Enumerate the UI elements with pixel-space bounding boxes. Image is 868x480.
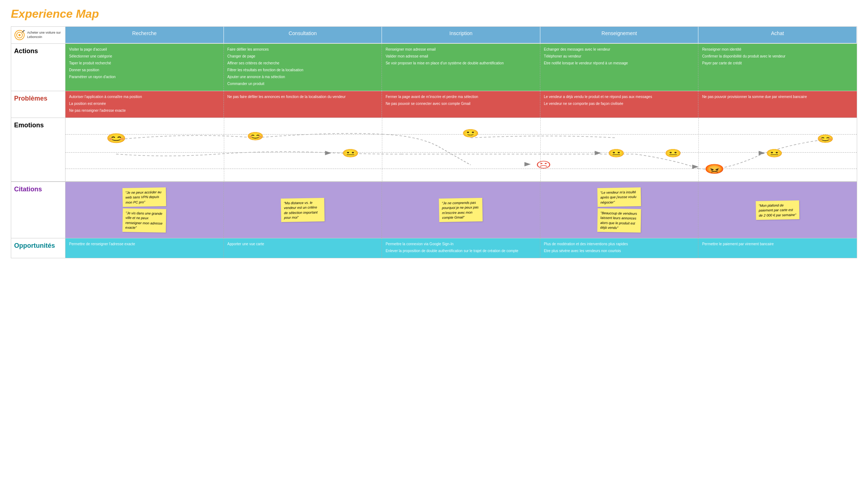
actions-cell-1: Faire défiler les annonces Changer de pa…: [224, 44, 382, 91]
sticky-note: "Beaucoup de vendeurs laissent leurs ann…: [597, 208, 641, 233]
col-header-achat: Achat: [698, 27, 857, 43]
arrow-5: [759, 151, 765, 155]
list-item: Confirmer la disponibilité du produit av…: [702, 54, 853, 59]
emoji-inscription-happy: 🙂: [462, 128, 480, 138]
list-item: Autoriser l'application à connaître ma p…: [69, 94, 220, 99]
opportunities-label: Opportunités: [11, 238, 65, 258]
list-item: Donner sa position: [69, 67, 220, 73]
opportunities-cell-3: Plus de modération et des interventions …: [540, 238, 699, 258]
list-item: Etre plus sévère avec les vendeurs non c…: [544, 248, 695, 254]
list-item: Visiter la page d'accueil: [69, 47, 220, 52]
list-item: Filtrer les résultats en fonction de la …: [227, 67, 378, 73]
problems-cell-3: Le vendeur a déjà vendu le produit et ne…: [540, 91, 699, 118]
citations-cell-1: "Ma distance vs. le vendeur est un critè…: [224, 182, 382, 238]
arrow-1: [325, 151, 332, 155]
list-item: Renseigner mon identité: [702, 47, 853, 52]
col-header-renseignement: Renseignement: [540, 27, 699, 43]
sticky-note: "Je ne peux accéder au web sans VPN depu…: [123, 187, 166, 207]
emoji-consultation-happy: 😊: [247, 131, 264, 141]
svg-point-2: [18, 34, 21, 36]
list-item: Ajouter une annonce à ma sélection: [227, 74, 378, 80]
logo-text: Acheter une voiture sur Leboncoin: [27, 31, 62, 39]
actions-cell-2: Renseigner mon adresse email Valider mon…: [382, 44, 540, 91]
list-item: Ne pas renseigner l'adresse exacte: [69, 108, 220, 113]
sticky-note: "Je vis dans une grande ville et ne peux…: [123, 208, 166, 233]
actions-label: Actions: [11, 44, 65, 91]
emotions-row: Emotions: [11, 118, 857, 182]
emoji-achat-neutral: 😐: [766, 148, 784, 158]
actions-cell-4: Renseigner mon identité Confirmer la dis…: [698, 44, 857, 91]
citations-label: Citations: [11, 182, 65, 238]
opportunities-cell-1: Apporter une vue carte: [224, 238, 382, 258]
list-item: Plus de modération et des interventions …: [544, 241, 695, 247]
list-item: Ne pas pouvoir provisionner la somme due…: [702, 94, 853, 99]
list-item: Commander un produit: [227, 81, 378, 86]
experience-map: Acheter une voiture sur Leboncoin Recher…: [11, 26, 857, 258]
citations-row: Citations "Je ne peux accéder au web san…: [11, 182, 857, 238]
opp-text: Permettre de renseigner l'adresse exacte: [69, 242, 135, 246]
citations-cell-4: "Mon plafond de paiement par carte est d…: [698, 182, 857, 238]
problems-cell-1: Ne pas faire défiler les annonces en fon…: [224, 91, 382, 118]
actions-cell-0: Visiter la page d'accueil Sélectionner u…: [65, 44, 224, 91]
emoji-renseignement-neutral1: 😐: [608, 148, 625, 158]
logo-cell: Acheter une voiture sur Leboncoin: [11, 27, 65, 43]
list-item: Ne pas pouvoir se connecter avec son com…: [386, 101, 536, 106]
list-item: Valider mon adresse email: [386, 54, 536, 59]
emoji-inscription-sad: ☹: [536, 160, 551, 170]
sticky-note: "Je ne comprends pas pourquoi je ne peux…: [439, 198, 483, 222]
emotions-label: Emotions: [11, 118, 65, 181]
list-item: Permettre la connexion via Google Sign-I…: [386, 241, 536, 247]
sticky-note: "Ma distance vs. le vendeur est un critè…: [281, 198, 324, 222]
opp-text: Apporter une vue carte: [227, 242, 264, 246]
emotions-chart-area: 😊 😊 😐 🙂 ☹ 😐 😐: [65, 118, 857, 181]
list-item: Sélectionner une catégorie: [69, 54, 220, 59]
arrow-3: [595, 151, 601, 155]
opportunities-cell-4: Permettre le paiement par virement banca…: [698, 238, 857, 258]
citations-cell-2: "Je ne comprends pas pourquoi je ne peux…: [382, 182, 540, 238]
list-item: Fermer la page avant de m'inscrire et pe…: [386, 94, 536, 99]
opportunities-cell-0: Permettre de renseigner l'adresse exacte: [65, 238, 224, 258]
page-title: Experience Map: [11, 7, 857, 21]
list-item: Payer par carte de crédit: [702, 60, 853, 66]
list-item: Changer de page: [227, 54, 378, 59]
list-item: Echanger des messages avec le vendeur: [544, 47, 695, 52]
list-item: Se voir proposer la mise en place d'un s…: [386, 60, 536, 66]
col-header-consultation: Consultation: [224, 27, 382, 43]
list-item: Taper le produit recherché: [69, 60, 220, 66]
list-item: Le vendeur a déjà vendu le produit et ne…: [544, 94, 695, 99]
list-item: Etre notifié lorsque le vendeur répond à…: [544, 60, 695, 66]
list-item: Faire défiler les annonces: [227, 47, 378, 52]
opp-text: Permettre le paiement par virement banca…: [702, 242, 774, 246]
list-item: Affiner ses critères de recherche: [227, 60, 378, 66]
list-item: Le vendeur ne se comporte pas de façon c…: [544, 101, 695, 106]
actions-row: Actions Visiter la page d'accueil Sélect…: [11, 43, 857, 91]
problems-label: Problèmes: [11, 91, 65, 118]
emoji-consultation-neutral: 😐: [342, 148, 359, 158]
emoji-recherche-happy: 😊: [106, 132, 127, 144]
emoji-renseignement-neutral2: 😐: [664, 148, 682, 158]
list-item: Paramétrer un rayon d'action: [69, 74, 220, 80]
problems-cell-2: Fermer la page avant de m'inscrire et pe…: [382, 91, 540, 118]
col-header-inscription: Inscription: [382, 27, 540, 43]
actions-cell-3: Echanger des messages avec le vendeur Té…: [540, 44, 699, 91]
problems-cell-4: Ne pas pouvoir provisionner la somme due…: [698, 91, 857, 118]
sticky-note: "Mon plafond de paiement par carte est d…: [756, 200, 800, 220]
target-icon: [14, 30, 25, 41]
list-item: Renseigner mon adresse email: [386, 47, 536, 52]
emoji-angry: 😡: [704, 163, 725, 175]
col-header-recherche: Recherche: [65, 27, 224, 43]
citations-cell-0: "Je ne peux accéder au web sans VPN depu…: [65, 182, 224, 238]
emotions-svg: 😊 😊 😐 🙂 ☹ 😐 😐: [65, 118, 857, 181]
problems-cell-0: Autoriser l'application à connaître ma p…: [65, 91, 224, 118]
citations-cell-3: "Le vendeur m'a insulté après que j'euss…: [540, 182, 699, 238]
opportunities-cell-2: Permettre la connexion via Google Sign-I…: [382, 238, 540, 258]
list-item: Ne pas faire défiler les annonces en fon…: [227, 94, 378, 99]
sticky-note: "Le vendeur m'a insulté après que j'euss…: [597, 187, 641, 207]
emoji-achat-happy: 😊: [817, 134, 834, 144]
problems-row: Problèmes Autoriser l'application à conn…: [11, 91, 857, 118]
list-item: La position est erronée: [69, 101, 220, 106]
list-item: Enlever la proposition de double authent…: [386, 248, 536, 254]
arrow-2: [524, 162, 531, 166]
opportunities-row: Opportunités Permettre de renseigner l'a…: [11, 238, 857, 258]
list-item: Téléphoner au vendeur: [544, 54, 695, 59]
